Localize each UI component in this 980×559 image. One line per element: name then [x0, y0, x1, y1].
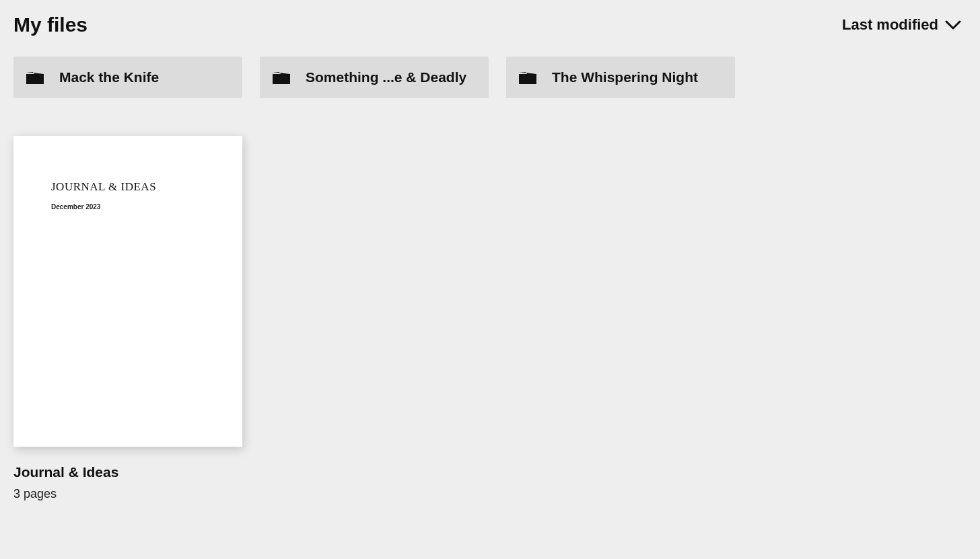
- folder-card-mack-the-knife[interactable]: Mack the Knife: [13, 57, 242, 98]
- folder-card-something-deadly[interactable]: Something ...e & Deadly: [260, 57, 489, 98]
- folder-name: Mack the Knife: [59, 69, 159, 85]
- folder-icon: [26, 70, 44, 85]
- sort-label: Last modified: [842, 16, 938, 34]
- header: My files Last modified: [13, 13, 967, 36]
- files-grid: JOURNAL & IDEAS December 2023 Journal & …: [13, 136, 967, 501]
- folder-icon: [518, 70, 537, 85]
- page-title: My files: [13, 13, 88, 36]
- folder-card-whispering-night[interactable]: The Whispering Night: [506, 57, 735, 98]
- file-meta: 3 pages: [13, 487, 242, 501]
- file-card-journal-ideas[interactable]: JOURNAL & IDEAS December 2023 Journal & …: [13, 136, 242, 501]
- folder-icon: [272, 70, 291, 85]
- thumbnail-title: JOURNAL & IDEAS: [51, 180, 205, 194]
- folder-name: The Whispering Night: [552, 69, 698, 85]
- folder-name: Something ...e & Deadly: [306, 69, 466, 85]
- folders-row: Mack the Knife Something ...e & Deadly T…: [13, 57, 967, 98]
- sort-dropdown[interactable]: Last modified: [842, 16, 967, 34]
- thumbnail-subtitle: December 2023: [51, 203, 205, 211]
- file-title: Journal & Ideas: [13, 464, 242, 480]
- chevron-down-icon: [945, 16, 961, 34]
- file-thumbnail: JOURNAL & IDEAS December 2023: [13, 136, 242, 447]
